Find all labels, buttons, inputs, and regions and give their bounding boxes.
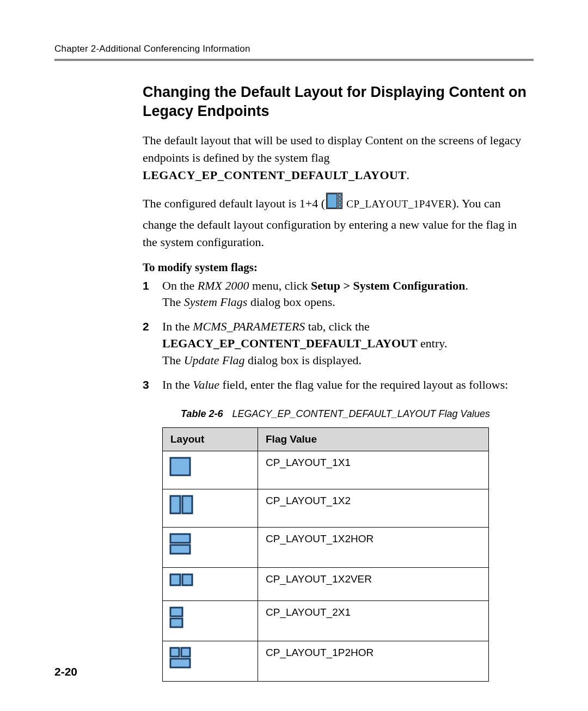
step-3: In the Value field, enter the flag value…: [143, 377, 528, 394]
s2-text5: dialog box is displayed.: [245, 353, 362, 367]
flag-value-cell: CP_LAYOUT_1X2VER: [258, 568, 489, 601]
intro-text-b: .: [407, 168, 410, 182]
s2-text: In the: [162, 320, 193, 333]
layout-1x1-icon: [169, 467, 191, 479]
table-row: CP_LAYOUT_1P2HOR: [163, 641, 489, 682]
svg-rect-17: [170, 659, 190, 667]
s2-text2: tab, click the: [305, 320, 370, 333]
procedure-steps: On the RMX 2000 menu, click Setup > Syst…: [143, 278, 528, 394]
svg-rect-5: [338, 205, 341, 208]
layout-cell: [163, 641, 258, 682]
s1-text3: The: [162, 295, 184, 309]
s1-text4: dialog box opens.: [247, 295, 335, 309]
s3-field: Value: [193, 378, 219, 391]
s1-text2: menu, click: [249, 279, 311, 292]
flag-value-cell: CP_LAYOUT_1X2: [258, 489, 489, 528]
header-rule: [54, 59, 534, 61]
layout-1p2hor-icon: [169, 659, 191, 671]
layout-1x2ver-icon: [169, 577, 193, 589]
procedure-heading: To modify system flags:: [143, 261, 528, 274]
svg-rect-4: [338, 201, 341, 204]
page-number: 2-20: [54, 665, 77, 678]
s1-dot: .: [465, 279, 468, 292]
flag-value-cell: CP_LAYOUT_1P2HOR: [258, 641, 489, 682]
svg-rect-13: [170, 608, 182, 616]
flag-value-cell: CP_LAYOUT_1X1: [258, 451, 489, 489]
main-content: Changing the Default Layout for Displayi…: [143, 83, 528, 682]
s1-dialog: System Flags: [184, 295, 248, 309]
table-row: CP_LAYOUT_1X2HOR: [163, 528, 489, 568]
flag-value-cell: CP_LAYOUT_1X2HOR: [258, 528, 489, 568]
table-row: CP_LAYOUT_2X1: [163, 601, 489, 641]
config-code: CP_LAYOUT_1P4VER: [344, 198, 452, 209]
layout-cell: [163, 601, 258, 641]
step-2: In the MCMS_PARAMETERS tab, click the LE…: [143, 318, 528, 369]
table-caption: Table 2-6 LEGACY_EP_CONTENT_DEFAULT_LAYO…: [143, 408, 528, 420]
s1-text: On the: [162, 279, 198, 292]
svg-rect-11: [170, 574, 180, 585]
flag-name: LEGACY_EP_CONTENT_DEFAULT_LAYOUT: [143, 168, 407, 182]
section-title: Changing the Default Layout for Displayi…: [143, 83, 528, 121]
caption-label: Table 2-6: [181, 408, 223, 419]
s2-tab: MCMS_PARAMETERS: [193, 320, 305, 333]
s1-path: Setup > System Configuration: [311, 279, 465, 292]
table-row: CP_LAYOUT_1X1: [163, 451, 489, 489]
svg-rect-2: [338, 194, 341, 197]
svg-rect-16: [181, 648, 190, 657]
svg-rect-9: [170, 534, 190, 543]
svg-rect-10: [170, 545, 190, 554]
intro-paragraph: The default layout that will be used to …: [143, 132, 528, 184]
th-flag-value: Flag Value: [258, 428, 489, 451]
flag-values-table: Layout Flag Value CP_LAYOUT_1X1: [162, 427, 489, 682]
flag-value-cell: CP_LAYOUT_2X1: [258, 601, 489, 641]
s3-text: In the: [162, 378, 193, 391]
config-text-a: The configured default layout is 1+4 (: [143, 196, 325, 210]
layout-cell: [163, 451, 258, 489]
layout-1x2hor-icon: [169, 545, 191, 557]
svg-rect-12: [182, 574, 192, 585]
s3-text2: field, enter the flag value for the requ…: [219, 378, 508, 391]
table-row: CP_LAYOUT_1X2VER: [163, 568, 489, 601]
svg-rect-7: [170, 496, 180, 513]
running-head: Chapter 2-Additional Conferencing Inform…: [54, 44, 534, 54]
caption-text: LEGACY_EP_CONTENT_DEFAULT_LAYOUT Flag Va…: [232, 408, 489, 419]
layout-cell: [163, 568, 258, 601]
s2-text3: entry.: [418, 336, 448, 350]
layout-1x2-icon: [169, 505, 193, 517]
svg-rect-8: [182, 496, 192, 513]
table-row: CP_LAYOUT_1X2: [163, 489, 489, 528]
s1-menu: RMX 2000: [198, 279, 249, 292]
layout-cell: [163, 528, 258, 568]
svg-rect-1: [327, 194, 337, 208]
svg-rect-14: [170, 618, 182, 627]
config-paragraph: The configured default layout is 1+4 ( C…: [143, 193, 528, 251]
layout-1p4ver-icon: [326, 193, 342, 214]
layout-2x1-icon: [169, 619, 183, 630]
layout-cell: [163, 489, 258, 528]
s2-entry: LEGACY_EP_CONTENT_DEFAULT_LAYOUT: [162, 336, 418, 350]
th-layout: Layout: [163, 428, 258, 451]
svg-rect-6: [170, 458, 190, 475]
svg-rect-15: [170, 648, 179, 657]
s2-text4: The: [162, 353, 184, 367]
intro-text-a: The default layout that will be used to …: [143, 133, 521, 164]
svg-rect-3: [338, 198, 341, 200]
step-1: On the RMX 2000 menu, click Setup > Syst…: [143, 278, 528, 311]
s2-dialog: Update Flag: [184, 353, 245, 367]
